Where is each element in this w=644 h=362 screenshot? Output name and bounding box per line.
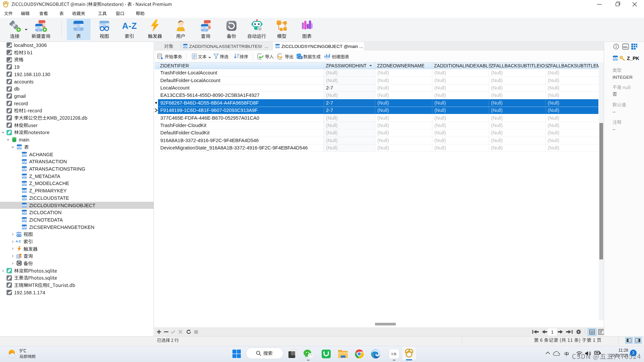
svg-text:DDL: DDL: [623, 46, 628, 48]
svg-text:A-Z: A-Z: [122, 21, 137, 31]
svg-text:ABC: ABC: [299, 57, 302, 59]
